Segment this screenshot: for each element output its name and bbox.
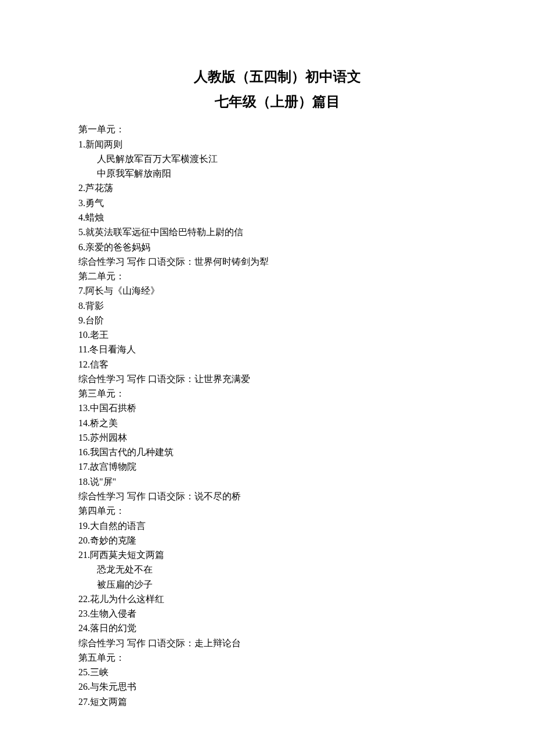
content-body: 第一单元：1.新闻两则人民解放军百万大军横渡长江中原我军解放南阳2.芦花荡3.勇…: [78, 122, 476, 709]
content-line: 15.苏州园林: [78, 430, 476, 445]
content-line: 第四单元：: [78, 503, 476, 518]
content-line: 第五单元：: [78, 650, 476, 665]
content-line: 7.阿长与《山海经》: [78, 283, 476, 298]
content-line: 16.我国古代的几种建筑: [78, 445, 476, 459]
content-line: 综合性学习 写作 口语交际：说不尽的桥: [78, 489, 476, 503]
content-line: 13.中国石拱桥: [78, 401, 476, 415]
content-line: 24.落日的幻觉: [78, 621, 476, 635]
content-line: 被压扁的沙子: [78, 577, 476, 592]
content-line: 22.花儿为什么这样红: [78, 592, 476, 606]
document-page: 人教版（五四制）初中语文 七年级（上册）篇目 第一单元：1.新闻两则人民解放军百…: [0, 0, 534, 744]
content-line: 5.就英法联军远征中国给巴特勒上尉的信: [78, 225, 476, 239]
content-line: 23.生物入侵者: [78, 606, 476, 621]
content-line: 20.奇妙的克隆: [78, 533, 476, 548]
content-line: 18.说"屏": [78, 474, 476, 489]
content-line: 26.与朱元思书: [78, 679, 476, 694]
content-line: 恐龙无处不在: [78, 562, 476, 577]
content-line: 综合性学习 写作 口语交际：走上辩论台: [78, 636, 476, 650]
content-line: 综合性学习 写作 口语交际：世界何时铸剑为犁: [78, 254, 476, 269]
content-line: 综合性学习 写作 口语交际：让世界充满爱: [78, 372, 476, 386]
content-line: 3.勇气: [78, 196, 476, 210]
content-line: 中原我军解放南阳: [78, 166, 476, 181]
content-line: 10.老王: [78, 327, 476, 342]
content-line: 17.故宫博物院: [78, 459, 476, 474]
page-title-1: 人教版（五四制）初中语文: [78, 64, 476, 89]
content-line: 人民解放军百万大军横渡长江: [78, 152, 476, 166]
content-line: 2.芦花荡: [78, 181, 476, 195]
content-line: 11.冬日看海人: [78, 342, 476, 357]
content-line: 9.台阶: [78, 313, 476, 327]
content-line: 6.亲爱的爸爸妈妈: [78, 240, 476, 254]
content-line: 8.背影: [78, 298, 476, 313]
content-line: 14.桥之美: [78, 416, 476, 430]
content-line: 25.三峡: [78, 665, 476, 679]
content-line: 12.信客: [78, 357, 476, 372]
content-line: 21.阿西莫夫短文两篇: [78, 548, 476, 562]
content-line: 27.短文两篇: [78, 694, 476, 709]
content-line: 1.新闻两则: [78, 137, 476, 152]
page-title-2: 七年级（上册）篇目: [78, 89, 476, 114]
content-line: 第三单元：: [78, 386, 476, 401]
content-line: 4.蜡烛: [78, 210, 476, 225]
content-line: 第二单元：: [78, 269, 476, 283]
content-line: 第一单元：: [78, 122, 476, 136]
content-line: 19.大自然的语言: [78, 519, 476, 533]
